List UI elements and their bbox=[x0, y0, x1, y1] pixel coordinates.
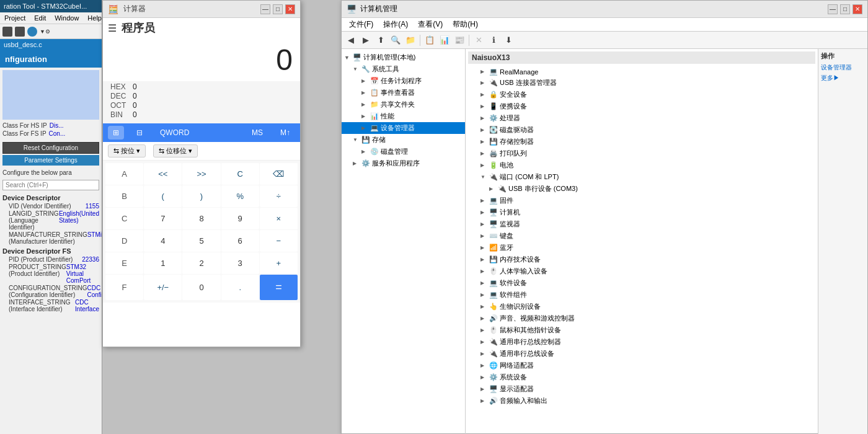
right-tree-item[interactable]: ▼🔌端口 (COM 和 LPT) bbox=[468, 171, 815, 183]
bit-shift-button[interactable]: ⇆ 按位 ▾ bbox=[108, 144, 146, 157]
toolbar-view1-btn[interactable]: 📋 bbox=[423, 33, 436, 47]
stm32-file-tab[interactable]: usbd_desc.c bbox=[0, 39, 102, 50]
toolbar-up-btn[interactable]: ⬆ bbox=[374, 33, 388, 47]
close-button[interactable]: ✕ bbox=[285, 4, 295, 14]
toolbar-view3-btn[interactable]: 📰 bbox=[453, 33, 466, 47]
expand-icon[interactable]: ▶ bbox=[480, 80, 489, 86]
right-tree-item[interactable]: ▶⚙️系统设备 bbox=[468, 371, 815, 383]
four-squares-btn[interactable]: ⊟ bbox=[131, 126, 148, 140]
calc-btn-negate[interactable]: +/− bbox=[144, 275, 182, 300]
expand-icon[interactable]: ▶ bbox=[480, 92, 489, 97]
expand-icon[interactable]: ▶ bbox=[480, 257, 489, 262]
calc-btn-percent[interactable]: % bbox=[221, 185, 259, 207]
toolbar-search-btn[interactable]: 🔍 bbox=[389, 33, 402, 47]
calc-btn-3[interactable]: 3 bbox=[221, 252, 259, 274]
calc-btn-B[interactable]: B bbox=[105, 185, 143, 207]
expand-icon[interactable]: ▶ bbox=[480, 304, 489, 309]
expand-icon[interactable]: ▶ bbox=[489, 186, 498, 192]
expand-icon[interactable]: ▶ bbox=[480, 221, 489, 227]
calc-btn-A[interactable]: A bbox=[105, 163, 143, 185]
calc-btn-decimal[interactable]: . bbox=[221, 275, 259, 300]
calc-btn-clear[interactable]: C bbox=[221, 163, 259, 185]
calc-btn-9[interactable]: 9 bbox=[221, 208, 259, 229]
left-tree-item[interactable]: ▶📁共享文件夹 bbox=[342, 99, 465, 110]
expand-icon[interactable]: ▼ bbox=[353, 66, 361, 72]
expand-icon[interactable]: ▼ bbox=[353, 137, 361, 143]
expand-icon[interactable]: ▶ bbox=[480, 198, 489, 203]
devmgr-minimize-button[interactable]: — bbox=[828, 4, 838, 14]
expand-icon[interactable]: ▶ bbox=[480, 280, 489, 286]
calc-btn-rshift[interactable]: >> bbox=[182, 163, 220, 185]
right-tree-item[interactable]: ▶🖱️鼠标和其他指针设备 bbox=[468, 324, 815, 336]
menu-action[interactable]: 操作(A) bbox=[379, 19, 412, 30]
left-tree-item[interactable]: ▶📅任务计划程序 bbox=[342, 75, 465, 87]
right-tree-item[interactable]: ▶⌨️键盘 bbox=[468, 230, 815, 242]
expand-icon[interactable]: ▶ bbox=[480, 245, 489, 250]
right-tree-item[interactable]: ▶🔊声音、视频和游戏控制器 bbox=[468, 312, 815, 324]
expand-icon[interactable]: ▶ bbox=[361, 113, 370, 119]
maximize-button[interactable]: □ bbox=[273, 4, 283, 14]
ms-btn[interactable]: MS bbox=[247, 126, 268, 140]
right-tree-item[interactable]: ▶💽磁盘驱动器 bbox=[468, 124, 815, 136]
calc-btn-divide[interactable]: ÷ bbox=[260, 185, 298, 207]
calc-btn-8[interactable]: 8 bbox=[182, 208, 220, 229]
expand-icon[interactable]: ▶ bbox=[480, 151, 489, 156]
devmgr-maximize-button[interactable]: □ bbox=[840, 4, 850, 14]
expand-icon[interactable]: ▶ bbox=[480, 386, 489, 392]
sidebar-action[interactable]: 设备管理器 bbox=[821, 63, 865, 72]
calc-btn-backspace[interactable]: ⌫ bbox=[260, 163, 298, 185]
expand-icon[interactable]: ▶ bbox=[480, 69, 489, 74]
right-tree-item[interactable]: ▶🖥️显示适配器 bbox=[468, 383, 815, 395]
right-tree-item[interactable]: ▶🔌通用串行总线控制器 bbox=[468, 336, 815, 348]
menu-window[interactable]: Window bbox=[53, 14, 81, 22]
expand-icon[interactable]: ▶ bbox=[361, 90, 370, 95]
expand-icon[interactable]: ▶ bbox=[361, 78, 370, 84]
right-tree-item[interactable]: ▶🔊音频输入和输出 bbox=[468, 395, 815, 407]
expand-icon[interactable]: ▶ bbox=[480, 316, 489, 321]
menu-view[interactable]: 查看(V) bbox=[414, 19, 446, 30]
right-tree-item[interactable]: ▶💻软件组件 bbox=[468, 289, 815, 301]
right-tree-item[interactable]: ▶👆生物识别设备 bbox=[468, 301, 815, 312]
left-tree-item[interactable]: ▶📊性能 bbox=[342, 110, 465, 122]
right-tree-item[interactable]: ▶💾存储控制器 bbox=[468, 136, 815, 148]
toolbar-info-btn[interactable]: ℹ bbox=[487, 33, 500, 47]
toolbar-folders-btn[interactable]: 📁 bbox=[404, 33, 417, 47]
search-input[interactable] bbox=[2, 180, 99, 190]
expand-icon[interactable]: ▶ bbox=[361, 149, 370, 154]
toolbar-view2-btn[interactable]: 📊 bbox=[438, 33, 451, 47]
calc-btn-0[interactable]: 0 bbox=[182, 275, 220, 300]
calc-btn-multiply[interactable]: × bbox=[260, 208, 298, 229]
run-icon[interactable] bbox=[27, 27, 37, 37]
left-tree-item[interactable]: ▶💻设备管理器 bbox=[342, 122, 465, 134]
hamburger-icon[interactable]: ☰ bbox=[108, 22, 117, 34]
toolbar-back-btn[interactable]: ◀ bbox=[344, 33, 358, 47]
tree-root[interactable]: ▼ 🖥️ 计算机管理(本地) bbox=[342, 51, 465, 63]
menu-edit[interactable]: Edit bbox=[32, 14, 48, 22]
right-tree-item[interactable]: ▶🔌通用串行总线设备 bbox=[468, 348, 815, 360]
calc-btn-1[interactable]: 1 bbox=[144, 252, 182, 274]
calc-btn-C[interactable]: C bbox=[105, 208, 143, 229]
right-tree-item[interactable]: ▶⚙️处理器 bbox=[468, 112, 815, 124]
menu-help[interactable]: 帮助(H) bbox=[449, 19, 482, 30]
qword-btn[interactable]: QWORD bbox=[155, 126, 194, 140]
right-tree-item[interactable]: ▶🔌USB 串行设备 (COM3) bbox=[468, 183, 815, 195]
expand-icon[interactable]: ▶ bbox=[480, 327, 489, 333]
toolbar-forward-btn[interactable]: ▶ bbox=[359, 33, 373, 47]
right-tree-item[interactable]: ▶📱便携设备 bbox=[468, 100, 815, 112]
sidebar-action[interactable]: 更多▶ bbox=[821, 74, 865, 82]
calc-btn-6[interactable]: 6 bbox=[221, 230, 259, 252]
right-tree-item[interactable]: ▶🔌USB 连接器管理器 bbox=[468, 77, 815, 89]
menu-project[interactable]: Project bbox=[2, 14, 27, 22]
calc-btn-2[interactable]: 2 bbox=[182, 252, 220, 274]
devmgr-close-button[interactable]: ✕ bbox=[852, 4, 862, 14]
menu-help[interactable]: Help bbox=[86, 14, 102, 22]
calc-btn-subtract[interactable]: − bbox=[260, 230, 298, 252]
expand-icon[interactable]: ▶ bbox=[480, 268, 489, 274]
right-tree-item[interactable]: ▶🖥️计算机 bbox=[468, 206, 815, 218]
expand-icon[interactable]: ▶ bbox=[480, 292, 489, 298]
toolbar-icon2[interactable] bbox=[15, 27, 25, 37]
right-tree-item[interactable]: ▶🖥️监视器 bbox=[468, 218, 815, 230]
right-tree-item[interactable]: ▶🖨️打印队列 bbox=[468, 148, 815, 159]
expand-icon[interactable]: ▶ bbox=[480, 398, 489, 404]
toolbar-delete-btn[interactable]: ✕ bbox=[472, 33, 485, 47]
